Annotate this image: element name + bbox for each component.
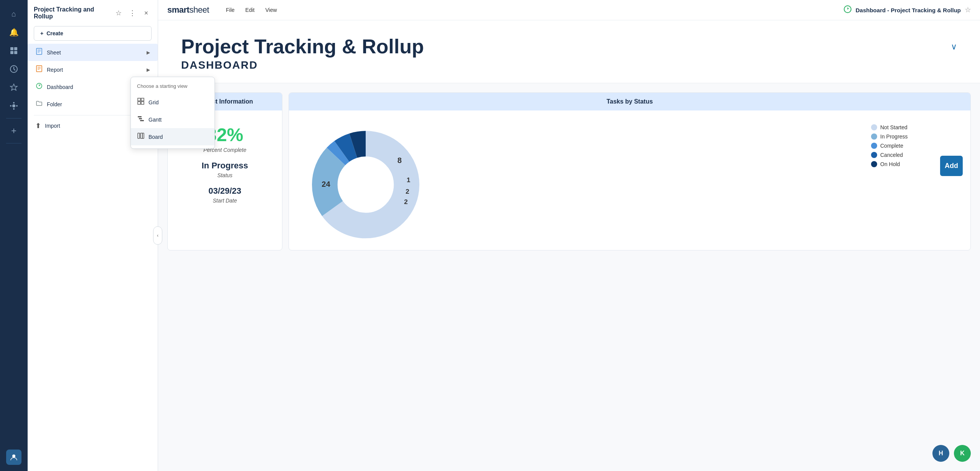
legend-dot-not-started bbox=[871, 124, 877, 130]
tasks-header: Tasks by Status bbox=[289, 93, 970, 110]
chart-legend: Not Started In Progress Complete Ca bbox=[871, 124, 932, 167]
grid-icon bbox=[137, 97, 145, 107]
svg-point-7 bbox=[13, 108, 15, 110]
svg-rect-23 bbox=[142, 133, 144, 138]
create-button[interactable]: + Create bbox=[34, 26, 152, 41]
dashboard-main-title: Project Tracking & Rollup bbox=[181, 36, 957, 58]
chart-label-24: 24 bbox=[322, 180, 330, 188]
collapse-icon[interactable]: ∨ bbox=[951, 42, 957, 52]
svg-rect-19 bbox=[139, 118, 142, 119]
dashboard-title-bar: Dashboard - Project Tracking & Rollup ☆ bbox=[843, 5, 971, 15]
sidebar-close-btn[interactable]: × bbox=[141, 8, 152, 18]
sidebar-header-icons: ☆ ⋮ × bbox=[113, 8, 152, 18]
report-chevron: ▶ bbox=[147, 67, 150, 72]
dropdown-item-board[interactable]: Board bbox=[131, 128, 214, 145]
legend-complete: Complete bbox=[871, 143, 932, 149]
smartsheet-logo: smartsheet bbox=[167, 5, 209, 15]
date-value: 03/29/23 bbox=[175, 186, 274, 196]
dropdown-item-gantt[interactable]: Gantt bbox=[131, 111, 214, 128]
sidebar-item-report[interactable]: Report ▶ bbox=[28, 61, 158, 78]
svg-rect-12 bbox=[36, 66, 42, 72]
import-icon: ⬆ bbox=[35, 122, 41, 130]
chart-label-2b: 2 bbox=[404, 198, 408, 206]
legend-label-on-hold: On Hold bbox=[880, 161, 900, 167]
svg-rect-16 bbox=[138, 102, 140, 104]
dashboard-icon bbox=[35, 82, 43, 92]
dashboard-subtitle: DASHBOARD bbox=[181, 59, 957, 71]
dashboard-bar-icon bbox=[843, 5, 852, 15]
user-avatar-green[interactable]: K bbox=[954, 445, 971, 462]
header-star-icon[interactable]: ☆ bbox=[965, 6, 971, 14]
svg-rect-15 bbox=[141, 98, 144, 101]
svg-point-6 bbox=[13, 102, 15, 104]
add-button[interactable]: Add bbox=[940, 156, 963, 176]
report-label: Report bbox=[47, 67, 63, 73]
top-menu: File Edit View bbox=[221, 5, 282, 15]
svg-rect-18 bbox=[138, 116, 142, 117]
gantt-label: Gantt bbox=[148, 117, 162, 123]
import-label: Import bbox=[45, 123, 60, 129]
legend-label-in-progress: In Progress bbox=[880, 133, 908, 140]
menu-view[interactable]: View bbox=[261, 5, 281, 15]
sidebar-more-btn[interactable]: ⋮ bbox=[127, 8, 138, 18]
top-bar-right: Dashboard - Project Tracking & Rollup ☆ bbox=[843, 5, 971, 15]
menu-file[interactable]: File bbox=[221, 5, 239, 15]
nav-divider bbox=[6, 118, 21, 119]
svg-rect-20 bbox=[140, 120, 144, 121]
svg-rect-21 bbox=[138, 133, 140, 138]
tasks-panel-body: 24 8 1 2 2 Not Started bbox=[289, 110, 970, 250]
folder-icon bbox=[35, 99, 43, 109]
legend-label-complete: Complete bbox=[880, 143, 903, 149]
create-plus-icon: + bbox=[40, 30, 43, 36]
board-label: Board bbox=[148, 134, 163, 140]
create-label: Create bbox=[46, 30, 63, 36]
legend-not-started: Not Started bbox=[871, 124, 932, 130]
svg-point-10 bbox=[12, 455, 15, 458]
nav-user-panel[interactable] bbox=[6, 450, 21, 465]
sidebar-star-btn[interactable]: ☆ bbox=[113, 8, 124, 18]
nav-divider-2 bbox=[6, 143, 21, 143]
status-label: Status bbox=[175, 172, 274, 178]
nav-browse[interactable] bbox=[6, 43, 21, 58]
logo-text: smartsheet bbox=[167, 5, 209, 15]
svg-rect-17 bbox=[141, 102, 144, 104]
sidebar-title: Project Tracking and Rollup bbox=[34, 6, 113, 20]
nav-notifications[interactable]: 🔔 bbox=[6, 25, 21, 40]
svg-rect-0 bbox=[10, 47, 13, 50]
donut-chart-wrapper: 24 8 1 2 2 bbox=[297, 118, 863, 242]
nav-apps[interactable] bbox=[6, 98, 21, 114]
legend-in-progress: In Progress bbox=[871, 133, 932, 140]
nav-bar: ⌂ 🔔 + bbox=[0, 0, 28, 471]
legend-label-canceled: Canceled bbox=[880, 152, 903, 158]
sheet-chevron: ▶ bbox=[147, 50, 150, 55]
user-avatar-blue[interactable]: H bbox=[932, 445, 949, 462]
sidebar-header: Project Tracking and Rollup ☆ ⋮ × bbox=[28, 0, 158, 23]
menu-edit[interactable]: Edit bbox=[241, 5, 259, 15]
chart-label-8: 8 bbox=[398, 156, 402, 165]
nav-home[interactable]: ⌂ bbox=[6, 6, 21, 21]
nav-add[interactable]: + bbox=[6, 123, 21, 138]
sheet-label: Sheet bbox=[47, 49, 61, 56]
status-value: In Progress bbox=[175, 161, 274, 171]
legend-label-not-started: Not Started bbox=[880, 124, 907, 130]
legend-dot-on-hold bbox=[871, 161, 877, 167]
chart-label-1: 1 bbox=[407, 176, 411, 184]
grid-label: Grid bbox=[148, 99, 158, 105]
legend-dot-complete bbox=[871, 143, 877, 149]
sheet-icon bbox=[35, 48, 43, 57]
sidebar-item-sheet[interactable]: Sheet ▶ bbox=[28, 44, 158, 61]
folder-label: Folder bbox=[47, 101, 62, 107]
svg-rect-3 bbox=[14, 51, 17, 54]
nav-favorites[interactable] bbox=[6, 80, 21, 95]
nav-recents[interactable] bbox=[6, 61, 21, 77]
sidebar: Project Tracking and Rollup ☆ ⋮ × + Crea… bbox=[28, 0, 158, 471]
sidebar-collapse-btn[interactable]: ‹ bbox=[153, 226, 162, 245]
dropdown-item-grid[interactable]: Grid bbox=[131, 94, 214, 111]
report-icon bbox=[35, 65, 43, 74]
svg-point-5 bbox=[12, 104, 15, 107]
add-btn-wrapper: Add bbox=[940, 118, 963, 176]
dashboard-panels: Project Information 32% Percent Complete… bbox=[158, 83, 980, 260]
board-icon bbox=[137, 132, 145, 142]
chart-label-2a: 2 bbox=[406, 188, 409, 196]
svg-rect-2 bbox=[10, 51, 13, 54]
